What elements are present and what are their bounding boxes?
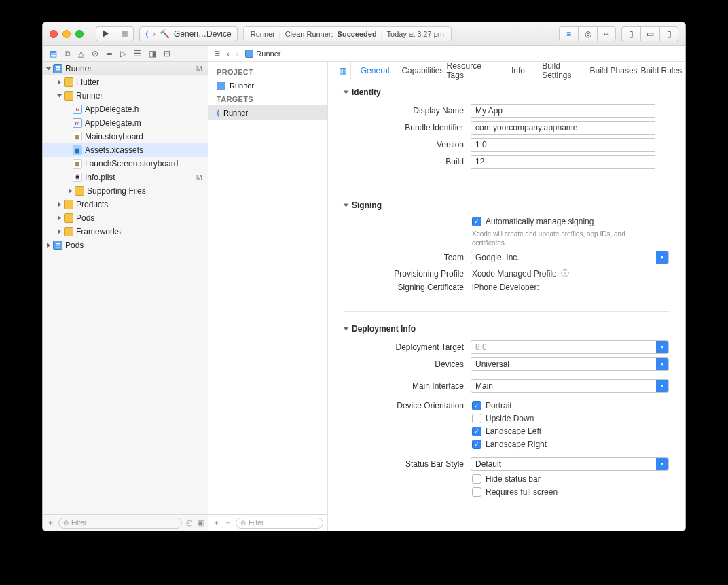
outline-item-target[interactable]: ⟨ Runner [208,105,327,120]
breadcrumb[interactable]: Runner [245,50,280,58]
test-navigator-icon[interactable]: ▷ [120,49,126,58]
file-tree: ☰ Runner M Flutter Runner h AppDelegate.… [43,62,208,514]
tree-row-runner-folder[interactable]: Runner [43,89,208,103]
tree-row-pods-project[interactable]: ☰ Pods [43,238,208,252]
scheme-selector[interactable]: ⟨ › 🔨 Generi…Device [139,26,238,41]
requires-fullscreen-checkbox[interactable] [472,487,481,497]
auto-signing-note: Xcode will create and update profiles, a… [471,230,640,247]
tab-build-rules[interactable]: Build Rules [638,62,685,79]
find-navigator-icon[interactable]: ⊘ [92,49,98,58]
file-label: AppDelegate.h [85,105,139,114]
svg-rect-0 [122,31,128,37]
tree-row-flutter[interactable]: Flutter [43,75,208,89]
tab-info[interactable]: Info [494,62,542,79]
statusbar-style-select[interactable]: Default ▾ [471,457,669,471]
folder-label: Products [76,200,108,209]
debug-navigator-icon[interactable]: ☰ [134,49,141,58]
settings-tabs: ▥ General Capabilities Resource Tags Inf… [328,62,685,79]
folder-icon [64,213,73,223]
display-name-field[interactable] [471,104,655,118]
auto-signing-checkbox[interactable] [472,217,481,226]
jump-bar[interactable]: ⊞ ‹ › Runner [208,46,685,62]
project-navigator-icon[interactable]: ▤ [50,49,57,58]
orientation-portrait-checkbox[interactable] [472,401,481,410]
close-window-icon[interactable] [50,30,58,38]
outline-item-project[interactable]: Runner [208,78,327,93]
orientation-landscape-right-checkbox[interactable] [472,440,481,449]
folder-label: Pods [76,213,94,223]
signing-cert-label: Signing Certificate [344,283,471,292]
orientation-upside-checkbox[interactable] [472,414,481,423]
toggle-utilities-button[interactable]: ▯ [659,26,678,41]
tab-general[interactable]: General [351,62,399,79]
traffic-lights [50,30,84,38]
source-control-navigator-icon[interactable]: ⧉ [65,49,71,58]
tree-row-appdelegate-m[interactable]: m AppDelegate.m [43,116,208,130]
outline-header-project: PROJECT [208,66,327,78]
add-target-button[interactable]: ＋ [213,518,220,528]
project-icon [217,82,225,90]
symbol-navigator-icon[interactable]: △ [78,49,84,58]
tab-resource-tags[interactable]: Resource Tags [447,62,494,79]
tree-row-frameworks[interactable]: Frameworks [43,225,208,238]
bundle-id-field[interactable] [471,121,655,135]
version-editor-button[interactable]: ↔ [597,26,616,41]
tree-row-launchscreen[interactable]: ▦ LaunchScreen.storyboard [43,157,208,171]
tree-row-info-plist[interactable]: ≣ Info.plist M [43,171,208,184]
add-button[interactable]: ＋ [47,518,54,528]
hide-statusbar-checkbox[interactable] [472,474,481,484]
info-icon[interactable]: ⓘ [561,268,569,279]
project-icon [245,50,253,58]
toggle-navigator-button[interactable]: ▯ [621,26,640,41]
team-select[interactable]: Google, Inc. ▾ [471,251,669,264]
report-navigator-icon[interactable]: ⊟ [164,49,170,58]
build-field[interactable] [471,155,655,169]
assistant-editor-button[interactable]: ◎ [578,26,597,41]
standard-editor-button[interactable]: ≡ [559,26,578,41]
orientation-landscape-right-label: Landscape Right [486,440,547,449]
tab-capabilities[interactable]: Capabilities [399,62,446,79]
breakpoint-navigator-icon[interactable]: ◨ [149,49,156,58]
storyboard-icon: ▦ [73,159,82,169]
hammer-icon: 🔨 [160,29,170,39]
section-title: Deployment Info [352,324,416,334]
project-icon: ☰ [53,241,62,250]
statusbar-style-label: Status Bar Style [344,459,471,469]
scm-modified-badge: M [196,65,202,73]
main-interface-select[interactable]: Main ▾ [471,379,669,393]
navigator-filter-input[interactable]: ⊝ Filter [58,518,182,529]
status-action: Clean Runner: [285,30,333,38]
tree-row-project[interactable]: ☰ Runner M [43,62,208,75]
tree-row-supporting-files[interactable]: Supporting Files [43,184,208,198]
devices-select[interactable]: Universal ▾ [471,357,669,371]
tab-build-phases[interactable]: Build Phases [589,62,637,79]
deployment-target-select[interactable]: 8.0 ▾ [471,340,669,354]
targets-filter-input[interactable]: ⊝ Filter [236,518,323,529]
toggle-outline-icon[interactable]: ▥ [335,62,351,79]
plist-file-icon: ≣ [73,173,82,182]
tree-row-appdelegate-h[interactable]: h AppDelegate.h [43,103,208,116]
orientation-landscape-left-checkbox[interactable] [472,427,481,436]
tree-row-assets[interactable]: ▦ Assets.xcassets [43,143,208,157]
minimize-window-icon[interactable] [62,30,71,38]
version-field[interactable] [471,138,655,152]
project-navigator: ▤ ⧉ △ ⊘ ≣ ▷ ☰ ◨ ⊟ ☰ Runner M Flutter [43,46,208,531]
toggle-debug-area-button[interactable]: ▭ [640,26,659,41]
filter-icon: ⊝ [63,519,69,527]
issue-navigator-icon[interactable]: ≣ [106,49,113,58]
recent-filter-icon[interactable]: ◴ [186,518,193,527]
tree-row-pods-folder[interactable]: Pods [43,211,208,225]
chevron-updown-icon: ▾ [656,380,668,392]
related-items-icon[interactable]: ⊞ [214,49,220,58]
run-button[interactable] [96,26,115,41]
tab-build-settings[interactable]: Build Settings [542,62,589,79]
stop-button[interactable] [115,26,134,41]
scm-filter-icon[interactable]: ▣ [197,518,204,527]
back-icon[interactable]: ‹ [227,50,230,58]
remove-target-button[interactable]: － [224,518,232,528]
tree-row-products[interactable]: Products [43,198,208,211]
forward-icon[interactable]: › [236,50,239,58]
tree-row-main-storyboard[interactable]: ▦ Main.storyboard [43,130,208,143]
zoom-window-icon[interactable] [75,30,84,38]
team-label: Team [344,253,471,262]
